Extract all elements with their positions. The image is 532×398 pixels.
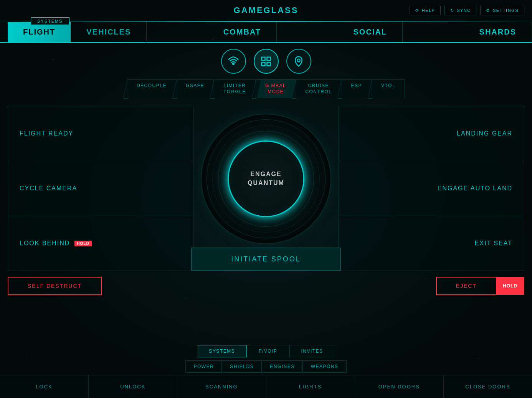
bottom-nav-unlock[interactable]: UNLOCK: [89, 375, 177, 398]
logo-text-game: GAME: [234, 5, 264, 15]
nav-tab-flight-label: FLIGHT: [23, 28, 55, 36]
flight-ready-button[interactable]: FLIGHT READY: [8, 106, 193, 161]
logo-text-glass: GLASS: [264, 5, 299, 15]
engage-auto-land-button[interactable]: ENGAGE AUTO LAND: [339, 161, 524, 216]
sub-nav-esp[interactable]: ESP: [341, 79, 372, 98]
bottom-section: SYSTEMS F/VOIP INVITES POWER SHIELDS ENG…: [0, 345, 532, 398]
sub-nav-limiter-toggle-label: LIMITERTOGGLE: [223, 83, 246, 94]
engage-auto-land-label: ENGAGE AUTO LAND: [438, 185, 512, 192]
bottom-fvoip-label: F/VOIP: [259, 348, 277, 354]
power-tab-power[interactable]: POWER: [185, 360, 222, 373]
nav-tab-vehicles-label: VEHICLES: [86, 28, 131, 36]
bottom-nav-lights[interactable]: LIGHTS: [266, 375, 355, 398]
systems-label: SYSTEMS: [31, 17, 69, 25]
sub-nav-decouple-label: DECOUPLE: [137, 83, 167, 88]
bottom-nav-close-doors[interactable]: CLOSE DOORS: [444, 375, 532, 398]
self-destruct-button[interactable]: SELF DESTRUCT: [8, 277, 102, 295]
center-panel: ENGAGE QUANTUM INITIATE SPOOL: [193, 106, 339, 271]
settings-icon: ⚙: [486, 8, 491, 13]
sub-nav-decouple[interactable]: DECOUPLE: [127, 79, 176, 98]
sub-nav-cruise-control[interactable]: CRUISECONTROL: [296, 79, 341, 98]
grid-icon-button[interactable]: [254, 49, 279, 74]
app-logo: GAMEGLASS: [234, 5, 299, 15]
bottom-nav-scanning[interactable]: SCANNING: [177, 375, 266, 398]
bottom-nav-unlock-label: UNLOCK: [120, 384, 145, 390]
nav-tab-shards-label: SHARDS: [479, 28, 516, 36]
rotary-dial[interactable]: ENGAGE QUANTUM: [193, 106, 339, 251]
svg-rect-2: [267, 57, 271, 60]
sub-nav-gsafe[interactable]: GSAFE: [176, 79, 214, 98]
sync-icon: ↻: [450, 8, 454, 13]
bottom-nav-lights-label: LIGHTS: [299, 384, 322, 390]
bottom-invites-label: INVITES: [301, 348, 323, 354]
power-tab-power-label: POWER: [193, 364, 214, 369]
rotary-line2: QUANTUM: [248, 179, 284, 187]
bottom-row: SELF DESTRUCT EJECT HOLD: [8, 277, 524, 295]
bottom-nav-open-doors[interactable]: OPEN DOORS: [355, 375, 444, 398]
nav-tab-combat-label: COMBAT: [223, 28, 261, 36]
eject-group: EJECT HOLD: [436, 277, 524, 295]
bottom-sub-tab-invites[interactable]: INVITES: [289, 345, 335, 357]
help-icon: ⟳: [415, 8, 420, 13]
rotary-line1: ENGAGE: [248, 170, 284, 178]
nav-section: SYSTEMS FLIGHT VEHICLES COMBAT SOCIAL SH…: [0, 22, 532, 43]
bottom-nav-lock[interactable]: LOCK: [0, 375, 89, 398]
nav-tab-shards[interactable]: SHARDS: [464, 22, 532, 42]
look-behind-label: LOOK BEHIND: [20, 240, 70, 247]
header: GAMEGLASS ⟳ HELP ↻ SYNC ⚙ SETTINGS: [0, 0, 532, 21]
sub-nav-vtol-label: VTOL: [381, 83, 395, 88]
cycle-camera-button[interactable]: CYCLE CAMERA: [8, 161, 193, 216]
main-nav: FLIGHT VEHICLES COMBAT SOCIAL SHARDS: [0, 22, 532, 43]
bottom-systems-label: SYSTEMS: [209, 348, 235, 354]
nav-tab-social[interactable]: SOCIAL: [338, 22, 403, 42]
look-behind-button[interactable]: LOOK BEHIND HOLD: [8, 216, 193, 271]
power-tab-weapons[interactable]: WEAPONS: [303, 360, 347, 373]
left-panel: FLIGHT READY CYCLE CAMERA LOOK BEHIND HO…: [8, 106, 193, 271]
sub-nav-esp-label: ESP: [351, 83, 362, 88]
bottom-nav-open-doors-label: OPEN DOORS: [378, 384, 420, 390]
bottom-nav-bar: LOCK UNLOCK SCANNING LIGHTS OPEN DOORS C…: [0, 375, 532, 398]
nav-tab-combat[interactable]: COMBAT: [208, 22, 277, 42]
main-content: FLIGHT READY CYCLE CAMERA LOOK BEHIND HO…: [8, 106, 524, 271]
eject-button[interactable]: EJECT: [436, 277, 496, 295]
svg-rect-3: [262, 62, 265, 66]
sub-nav: DECOUPLE GSAFE LIMITERTOGGLE GIMBALMODE …: [0, 76, 532, 100]
bottom-sub-nav: SYSTEMS F/VOIP INVITES: [0, 345, 532, 357]
bottom-nav-close-doors-label: CLOSE DOORS: [465, 384, 510, 390]
sub-nav-limiter-toggle[interactable]: LIMITERTOGGLE: [214, 79, 256, 98]
power-tab-engines[interactable]: ENGINES: [262, 360, 303, 373]
exit-seat-label: EXIT SEAT: [475, 240, 512, 247]
bottom-sub-tab-systems[interactable]: SYSTEMS: [197, 345, 247, 357]
flight-ready-label: FLIGHT READY: [20, 130, 73, 137]
power-tab-engines-label: ENGINES: [270, 364, 295, 369]
svg-rect-1: [262, 57, 265, 60]
eject-hold-badge[interactable]: HOLD: [496, 277, 524, 295]
sync-label: SYNC: [457, 8, 471, 13]
power-tab-shields[interactable]: SHIELDS: [222, 360, 262, 373]
landing-gear-button[interactable]: LANDING GEAR: [339, 106, 524, 161]
power-tab-shields-label: SHIELDS: [230, 364, 254, 369]
header-actions: ⟳ HELP ↻ SYNC ⚙ SETTINGS: [410, 6, 524, 15]
nav-tab-vehicles[interactable]: VEHICLES: [71, 22, 147, 43]
eject-label: EJECT: [456, 283, 477, 289]
sub-nav-gsafe-label: GSAFE: [186, 83, 204, 88]
location-icon-button[interactable]: [286, 49, 311, 74]
landing-gear-label: LANDING GEAR: [457, 130, 512, 137]
sub-nav-vtol[interactable]: VTOL: [372, 79, 405, 98]
settings-button[interactable]: ⚙ SETTINGS: [480, 6, 524, 15]
sync-button[interactable]: ↻ SYNC: [444, 6, 476, 15]
svg-point-5: [297, 59, 300, 62]
sub-nav-gimbal-mode-label: GIMBALMODE: [265, 83, 286, 94]
bottom-sub-tab-fvoip[interactable]: F/VOIP: [247, 345, 289, 357]
sub-nav-gimbal-mode[interactable]: GIMBALMODE: [256, 79, 296, 98]
exit-seat-button[interactable]: EXIT SEAT: [339, 216, 524, 271]
nav-tab-social-label: SOCIAL: [354, 28, 387, 36]
power-tab-weapons-label: WEAPONS: [311, 364, 339, 369]
sub-nav-cruise-control-label: CRUISECONTROL: [305, 83, 332, 94]
bottom-nav-lock-label: LOCK: [36, 384, 52, 390]
self-destruct-label: SELF DESTRUCT: [28, 283, 82, 289]
help-button[interactable]: ⟳ HELP: [410, 6, 441, 15]
wifi-icon-button[interactable]: [221, 49, 246, 74]
help-label: HELP: [422, 8, 435, 13]
rotary-center-text: ENGAGE QUANTUM: [248, 170, 284, 187]
